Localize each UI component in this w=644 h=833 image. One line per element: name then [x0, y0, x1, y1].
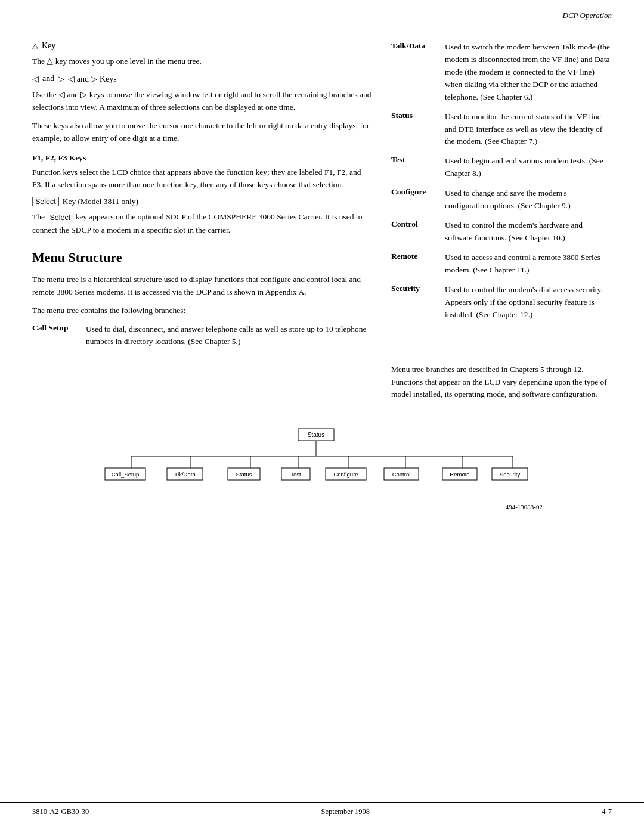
angle-keys-heading: ◁ and ▷ ◁ and ▷ Keys — [32, 74, 373, 84]
term-control: Control — [391, 219, 445, 229]
tree-node-callsetup: Call_Setup — [112, 471, 139, 478]
term-status: Status — [391, 111, 445, 120]
desc-test: Used to begin and end various modem test… — [445, 155, 612, 180]
select-key-box: Select — [32, 197, 59, 206]
call-setup-row: Call Setup Used to dial, disconnect, and… — [32, 323, 373, 348]
menu-intro2: The menu tree contains the following bra… — [32, 305, 373, 317]
def-row-status: Status Used to monitor the current statu… — [391, 111, 612, 148]
desc-configure: Used to change and save the modem's conf… — [445, 187, 612, 212]
term-talkdata: Talk/Data — [391, 41, 445, 51]
select-key-suffix: Key (Model 3811 only) — [63, 197, 138, 206]
term-configure: Configure — [391, 187, 445, 197]
triangle-key-heading: △ Key — [32, 41, 373, 51]
desc-status: Used to monitor the current status of th… — [445, 111, 612, 148]
select-key-inline: Select — [47, 212, 73, 224]
f-keys-desc: Function keys select the LCD choice that… — [32, 166, 373, 191]
page-header: DCP Operation — [0, 0, 644, 24]
desc-remote: Used to access and control a remote 3800… — [445, 252, 612, 277]
triangle-icon: △ — [32, 41, 38, 51]
page-footer: 3810-A2-GB30-30 September 1998 4-7 — [0, 802, 644, 816]
triangle-key-label: Key — [42, 41, 55, 51]
footer-center: September 1998 — [321, 807, 370, 816]
term-security: Security — [391, 284, 445, 293]
tree-node-test: Test — [290, 471, 301, 478]
footer-left: 3810-A2-GB30-30 — [32, 807, 89, 816]
triangle-key-desc: The △ key moves you up one level in the … — [32, 55, 373, 68]
bottom-paragraph: Menu tree branches are described in Chap… — [391, 364, 612, 401]
tree-node-tlkdata: Tlk/Data — [174, 471, 196, 478]
tree-node-configure: Configure — [333, 471, 358, 478]
menu-intro1: The menu tree is a hierarchical structur… — [32, 274, 373, 299]
desc-talkdata: Used to switch the modem between Talk mo… — [445, 41, 612, 104]
tree-node-status: Status — [236, 471, 252, 478]
right-column: Talk/Data Used to switch the modem betwe… — [391, 41, 612, 355]
desc-control: Used to control the modem's hardware and… — [445, 219, 612, 244]
footer-right: 4-7 — [602, 807, 612, 816]
call-setup-term: Call Setup — [32, 323, 86, 348]
def-row-talkdata: Talk/Data Used to switch the modem betwe… — [391, 41, 612, 104]
select-key-line: Select Key (Model 3811 only) — [32, 197, 373, 206]
call-setup-desc: Used to dial, disconnect, and answer tel… — [86, 323, 373, 348]
angle-keys-label: ◁ and ▷ Keys — [68, 74, 117, 84]
and-text: and — [42, 74, 54, 83]
f-keys-heading: F1, F2, F3 Keys — [32, 153, 373, 163]
def-row-control: Control Used to control the modem's hard… — [391, 219, 612, 244]
def-row-test: Test Used to begin and end various modem… — [391, 155, 612, 180]
menu-tree-section: Status — [0, 423, 644, 510]
tree-node-control: Control — [392, 471, 411, 478]
header-title: DCP Operation — [563, 11, 612, 20]
content-area: △ Key The △ key moves you up one level i… — [0, 24, 644, 355]
def-row-remote: Remote Used to access and control a remo… — [391, 252, 612, 277]
term-remote: Remote — [391, 252, 445, 261]
def-row-configure: Configure Used to change and save the mo… — [391, 187, 612, 212]
tree-wrap: Status — [32, 423, 612, 510]
term-test: Test — [391, 155, 445, 165]
def-row-security: Security Used to control the modem's dia… — [391, 284, 612, 321]
menu-structure-section: Menu Structure The menu tree is a hierar… — [32, 250, 373, 348]
tree-node-security: Security — [500, 471, 521, 478]
bottom-para: Menu tree branches are described in Chap… — [391, 364, 612, 407]
bottom-left — [32, 364, 373, 407]
f-keys-label: F1, F2, F3 Keys — [32, 153, 86, 162]
left-angle-icon: ◁ — [32, 74, 39, 84]
right-angle-icon: ▷ — [58, 74, 64, 84]
desc-security: Used to control the modem's dial access … — [445, 284, 612, 321]
diagram-ref: 494-13083-02 — [101, 503, 543, 510]
tree-root-label: Status — [308, 432, 324, 438]
angle-keys-desc1: Use the ◁ and ▷ keys to move the viewing… — [32, 89, 373, 114]
bottom-para-area: Menu tree branches are described in Chap… — [0, 364, 644, 407]
definition-table: Talk/Data Used to switch the modem betwe… — [391, 41, 612, 321]
left-column: △ Key The △ key moves you up one level i… — [32, 41, 373, 355]
select-key-desc: The Select key appears on the optional S… — [32, 211, 373, 237]
menu-structure-title: Menu Structure — [32, 250, 373, 265]
page-container: DCP Operation △ Key The △ key moves you … — [0, 0, 644, 833]
tree-node-remote: Remote — [450, 471, 469, 478]
angle-keys-desc2: These keys also allow you to move the cu… — [32, 120, 373, 145]
tree-diagram: Status — [101, 423, 543, 501]
